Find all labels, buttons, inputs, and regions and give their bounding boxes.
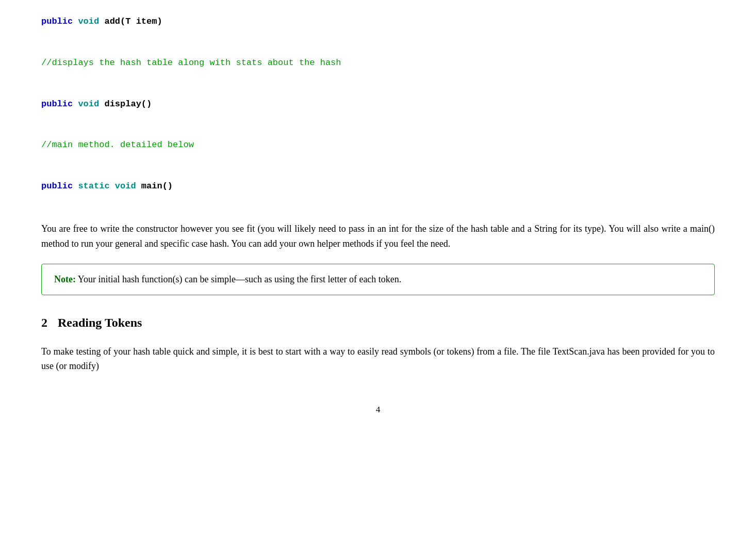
- page-number: 4: [41, 405, 715, 415]
- keyword-public: public: [41, 17, 73, 26]
- section-title: Reading Tokens: [58, 316, 142, 330]
- code-comment-1: //displays the hash table along with sta…: [41, 57, 715, 69]
- method-main: main(): [141, 181, 173, 191]
- comment-text-2: //main method. detailed below: [41, 140, 194, 150]
- note-box: Note: Your initial hash function(s) can …: [41, 264, 715, 295]
- code-line-2: public void display(): [41, 98, 715, 110]
- method-name: add(T item): [104, 17, 162, 26]
- paragraph-reading-tokens: To make testing of your hash table quick…: [41, 344, 715, 374]
- keyword-static: static: [78, 181, 109, 191]
- keyword-void-2: void: [78, 99, 99, 109]
- keyword-public-2: public: [41, 99, 73, 109]
- code-comment-2: //main method. detailed below: [41, 139, 715, 151]
- note-text: Your initial hash function(s) can be sim…: [76, 274, 401, 284]
- paragraph-constructor: You are free to write the constructor ho…: [41, 221, 715, 251]
- method-display: display(): [104, 99, 152, 109]
- keyword-void: void: [78, 17, 99, 26]
- keyword-void-3: void: [115, 181, 136, 191]
- code-line-1: public void add(T item): [41, 15, 715, 28]
- section-number: 2: [41, 316, 47, 330]
- comment-text-1: //displays the hash table along with sta…: [41, 58, 341, 68]
- keyword-public-3: public: [41, 181, 73, 191]
- section-heading: 2 Reading Tokens: [41, 316, 715, 330]
- code-line-3: public static void main(): [41, 180, 715, 193]
- note-label: Note:: [54, 274, 76, 284]
